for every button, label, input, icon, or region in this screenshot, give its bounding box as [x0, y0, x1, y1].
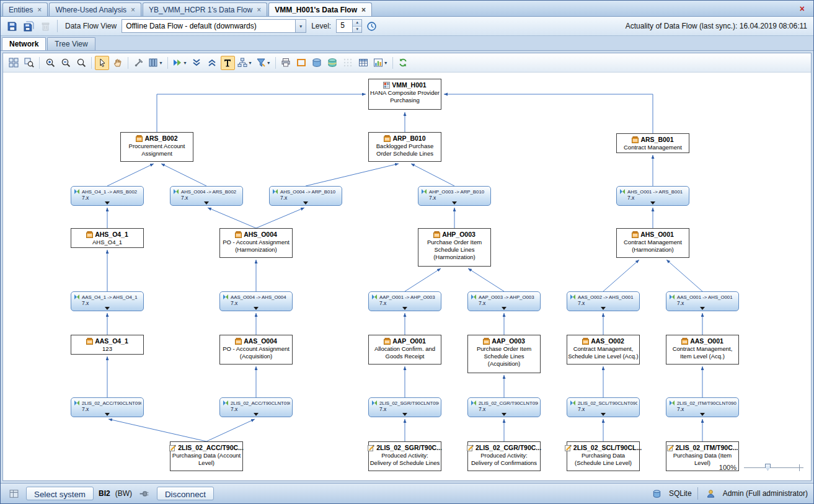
tab-close-icon[interactable]: ×: [361, 7, 366, 13]
chevron-down-icon[interactable]: ▼: [248, 61, 252, 65]
transformation-node-2lis-02-acc-t90clnt090[interactable]: 2LIS_02_ACC/T90CLNT090 ->...7.x: [71, 397, 144, 417]
tab-yb-vmm-hcpr-1-s-data-flow[interactable]: YB_VMM_HCPR 1's Data Flow×: [143, 2, 267, 16]
collapse-all-icon[interactable]: [205, 56, 219, 70]
hierarchy-icon[interactable]: ▼: [236, 56, 254, 70]
collapse-triangle-icon[interactable]: [402, 307, 407, 310]
collapse-triangle-icon[interactable]: [502, 413, 507, 416]
transformation-node-2lis-02-scl-t90clnt090[interactable]: 2LIS_02_SCL/T90CLNT090 ->...7.x: [567, 397, 640, 417]
tab-vmm-h001-s-data-flow[interactable]: VMM_H001's Data Flow×: [268, 2, 372, 16]
overview-icon[interactable]: [6, 56, 20, 70]
chevron-down-icon[interactable]: ▼: [183, 61, 187, 65]
layers-blue-icon[interactable]: [310, 56, 324, 70]
chevron-down-icon[interactable]: ▼: [159, 61, 163, 65]
text-tool-icon[interactable]: [221, 56, 235, 70]
disconnect-button[interactable]: Disconnect: [157, 487, 214, 500]
data-flow-select[interactable]: Offline Data Flow - default (downwards) …: [122, 19, 306, 33]
hcpr-node-vmm-h001[interactable]: VMM_H001HANA Composite ProviderPurchasin…: [368, 79, 441, 110]
transformation-node-ahs-o004-arp-b010[interactable]: AHS_O004 -> ARP_B0107.x: [269, 186, 342, 206]
level-stepper[interactable]: 5 ▲ ▼: [336, 19, 362, 33]
data-flow-canvas[interactable]: VMM_H001HANA Composite ProviderPurchasin…: [3, 73, 811, 480]
datasource-node-ds-scl[interactable]: 2LIS_02_SCL/T90CL...Purchasing Data(Sche…: [567, 441, 640, 471]
pan-tool-icon[interactable]: [110, 56, 125, 70]
adso-node-aas-o001[interactable]: AAS_O001Contract Management,Item Level (…: [666, 335, 739, 365]
collapse-triangle-icon[interactable]: [700, 307, 705, 310]
transformation-node-2lis-02-acc-t90clnt090[interactable]: 2LIS_02_ACC/T90CLNT090 ->...7.x: [219, 397, 293, 417]
frame-icon[interactable]: [294, 56, 309, 70]
chevron-down-icon[interactable]: ▼: [384, 61, 388, 65]
layers-teal-icon[interactable]: [325, 56, 340, 70]
transformation-node-ahs-o004-ars-b002[interactable]: AHS_O004 -> ARS_B0027.x: [170, 186, 243, 206]
expand-all-icon[interactable]: [190, 56, 204, 70]
view-tab-tree-view[interactable]: Tree View: [47, 37, 95, 50]
adso-node-aap-o003[interactable]: AAP_O003Purchase Order ItemSchedule Line…: [467, 335, 541, 373]
tab-where-used-analysis[interactable]: Where-Used Analysis×: [49, 2, 141, 16]
system-list-icon[interactable]: [6, 486, 21, 501]
close-all-tabs-icon[interactable]: ×: [795, 4, 810, 15]
save-icon[interactable]: [4, 19, 19, 33]
transformation-node-2lis-02-sgr-t90clnt090[interactable]: 2LIS_02_SGR/T90CLNT090 ->...7.x: [368, 397, 441, 417]
transformation-node-ahs-o4-1-ars-b002[interactable]: AHS_O4_1 -> ARS_B0027.x: [71, 186, 144, 206]
datasource-node-ds-cgr[interactable]: 2LIS_02_CGR/T90C...Produced Activity:Del…: [467, 441, 541, 471]
report-icon[interactable]: ▼: [372, 56, 389, 70]
chevron-down-icon[interactable]: ▼: [295, 20, 306, 32]
adso-node-aap-o001[interactable]: AAP_O001Allocation Confirm. andGoods Rec…: [368, 335, 441, 365]
pointer-tool-icon[interactable]: [95, 56, 109, 70]
collapse-triangle-icon[interactable]: [254, 413, 259, 416]
adso-node-ahp-o003[interactable]: AHP_O003Purchase Order ItemSchedule Line…: [418, 228, 491, 267]
zoom-slider-thumb[interactable]: [765, 464, 771, 471]
tab-close-icon[interactable]: ×: [131, 7, 135, 13]
refresh-icon[interactable]: [396, 56, 410, 70]
filter-icon[interactable]: ▼: [255, 56, 272, 70]
collapse-triangle-icon[interactable]: [452, 201, 457, 205]
save-all-icon[interactable]: [21, 19, 36, 33]
collapse-triangle-icon[interactable]: [502, 307, 507, 310]
spin-down-icon[interactable]: ▼: [353, 27, 361, 33]
transformation-node-aap-o001-ahp-o003[interactable]: AAP_O001 -> AHP_O0037.x: [368, 291, 441, 311]
collapse-triangle-icon[interactable]: [601, 307, 606, 310]
adso-node-aas-o4-1[interactable]: AAS_O4_1123: [71, 335, 144, 355]
transformation-node-ahs-o001-ars-b001[interactable]: AHS_O001 -> ARS_B0017.x: [616, 186, 689, 206]
adso-node-ahs-o004[interactable]: AHS_O004PO - Account Assignment(Harmoniz…: [219, 228, 293, 258]
zoom-out-icon[interactable]: [58, 56, 73, 70]
transformation-node-aap-o003-ahp-o003[interactable]: AAP_O003 -> AHP_O0037.x: [467, 291, 541, 311]
adso-node-ahs-o4-1[interactable]: AHS_O4_1AHS_O4_1: [71, 228, 144, 248]
datasource-node-ds-sgr[interactable]: 2LIS_02_SGR/T90C...Produced Activity:Del…: [368, 441, 441, 471]
transformation-node-aas-o4-1-ahs-o4-1[interactable]: AAS_O4_1 -> AHS_O4_17.x: [71, 291, 144, 311]
collapse-triangle-icon[interactable]: [204, 201, 209, 205]
transformation-node-aas-o004-ahs-o004[interactable]: AAS_O004 -> AHS_O0047.x: [219, 291, 293, 311]
print-icon[interactable]: [279, 56, 293, 70]
transformation-node-aas-o001-ahs-o001[interactable]: AAS_O001 -> AHS_O0017.x: [666, 291, 739, 311]
zoom-normal-icon[interactable]: [74, 56, 88, 70]
adso-node-aas-o002[interactable]: AAS_O002Contract Management,Schedule Lin…: [567, 335, 640, 365]
transformation-node-ahp-o003-arp-b010[interactable]: AHP_O003 -> ARP_B0107.x: [418, 186, 491, 206]
navigate-icon[interactable]: ▼: [171, 56, 188, 70]
chevron-down-icon[interactable]: ▼: [267, 61, 271, 65]
tools-icon[interactable]: [131, 56, 146, 70]
tab-entities[interactable]: Entities×: [2, 2, 48, 16]
adso-node-arp-b010[interactable]: ARP_B010Backlogged PurchaseOrder Schedul…: [368, 132, 441, 162]
collapse-triangle-icon[interactable]: [105, 307, 110, 310]
collapse-triangle-icon[interactable]: [105, 413, 110, 416]
sync-status-icon[interactable]: [364, 19, 379, 33]
table-icon[interactable]: [356, 56, 371, 70]
adso-node-ars-b001[interactable]: ARS_B001Contract Management: [616, 133, 689, 153]
collapse-triangle-icon[interactable]: [254, 307, 259, 310]
collapse-triangle-icon[interactable]: [402, 413, 407, 416]
adso-node-aas-o004[interactable]: AAS_O004PO - Account Assignment(Acquisit…: [219, 335, 293, 365]
transformation-node-2lis-02-itm-t90clnt090[interactable]: 2LIS_02_ITM/T90CLNT090 ->...7.x: [666, 397, 739, 417]
layout-icon[interactable]: ▼: [147, 56, 164, 70]
collapse-triangle-icon[interactable]: [700, 413, 705, 416]
spin-up-icon[interactable]: ▲: [353, 20, 361, 27]
collapse-triangle-icon[interactable]: [303, 201, 308, 205]
zoom-slider[interactable]: [744, 463, 803, 472]
datasource-node-ds-acc[interactable]: 2LIS_02_ACC/T90C...Purchasing Data (Acco…: [170, 441, 243, 471]
transformation-node-aas-o002-ahs-o001[interactable]: AAS_O002 -> AHS_O0017.x: [567, 291, 640, 311]
transformation-node-2lis-02-cgr-t90clnt090[interactable]: 2LIS_02_CGR/T90CLNT090 ->...7.x: [467, 397, 541, 417]
select-system-button[interactable]: Select system: [26, 487, 94, 500]
adso-node-ahs-o001[interactable]: AHS_O001Contract Management(Harmonizatio…: [616, 228, 689, 258]
view-tab-network[interactable]: Network: [2, 37, 46, 50]
tab-close-icon[interactable]: ×: [257, 7, 261, 13]
fit-window-icon[interactable]: [22, 56, 36, 70]
zoom-in-icon[interactable]: [43, 56, 57, 70]
collapse-triangle-icon[interactable]: [650, 201, 655, 205]
